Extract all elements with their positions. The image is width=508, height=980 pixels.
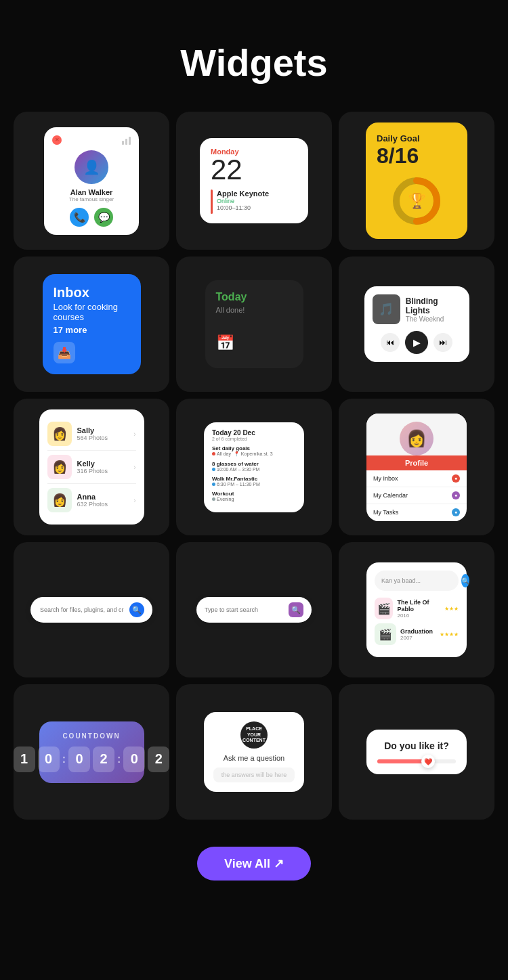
profile-card: 👩 Profile My Inbox ● My Calendar ● My Ta… <box>366 414 467 521</box>
close-icon[interactable]: ✕ <box>52 135 62 145</box>
status-badge: ● <box>452 508 460 516</box>
music-title: Blinding Lights <box>406 296 461 315</box>
list-item: 8 glasses of water 10:00 AM – 3:30 PM <box>212 461 296 472</box>
movie-search-widget-cell: 🔍 🎬 The Life Of Pablo 2016 ★★★ 🎬 Graduat… <box>339 542 494 677</box>
list-item[interactable]: My Calendar ● <box>366 487 467 504</box>
view-all-button[interactable]: View All ↗ <box>197 847 311 881</box>
photo-thumb-1: 👩 <box>47 422 72 446</box>
status-dot <box>212 468 215 471</box>
type-search-bar: 🔍 <box>196 597 312 623</box>
contact-name: Alan Walker <box>70 188 113 196</box>
phone-button[interactable]: 📞 <box>70 208 89 227</box>
countdown-digit-6: 2 <box>148 747 169 772</box>
type-search-widget-cell: 🔍 <box>176 542 332 677</box>
status-dot <box>212 452 215 455</box>
list-item[interactable]: 👩 Anna 632 Photos › <box>47 484 136 516</box>
music-artist: The Weeknd <box>406 315 461 323</box>
question-widget-cell: PLACE YOURCONTENT Ask me a question the … <box>176 684 332 820</box>
calendar-card: Monday 22 Apple Keynote Online 10:00–11:… <box>200 138 308 223</box>
list-item[interactable]: My Inbox ● <box>366 470 467 487</box>
inbox-icon: 📥 <box>54 342 75 363</box>
movie-thumb-2: 🎬 <box>375 623 396 645</box>
status-badge: ● <box>452 474 460 483</box>
inbox-description: Look for cooking courses <box>54 302 130 322</box>
movie-title-2: Graduation <box>400 628 433 635</box>
figma-search-bar: 🔍 <box>30 597 152 623</box>
content-icon: PLACE YOURCONTENT <box>240 721 268 749</box>
event-bar <box>211 190 213 214</box>
answer-field[interactable]: the answers will be here <box>213 767 295 782</box>
page-title: Widgets <box>180 41 327 85</box>
status-dot <box>212 483 215 486</box>
status-badge: ● <box>452 491 460 499</box>
tasklist-card: Today 20 Dec 2 of 6 completed Set daily … <box>204 422 304 512</box>
search-input[interactable] <box>205 606 283 613</box>
daily-goal-card: Daily Goal 8/16 🏆 <box>366 122 467 239</box>
chevron-right-icon: › <box>133 497 135 504</box>
countdown-card: COUNTDOWN 1 0 : 0 2 : 0 2 <box>39 721 144 783</box>
play-button[interactable]: ▶ <box>405 331 428 354</box>
contact-card: ✕ 👤 Alan Walker The famous singer 📞 💬 <box>44 127 139 235</box>
list-item[interactable]: 🎬 The Life Of Pablo 2016 ★★★ <box>375 598 459 619</box>
search-button[interactable]: 🔍 <box>461 574 469 587</box>
search-input[interactable] <box>40 606 124 613</box>
chevron-right-icon: › <box>133 430 135 438</box>
music-widget-cell: Blinding Lights The Weeknd ⏮ ▶ ⏭ <box>339 257 494 392</box>
today-status: All done! <box>216 306 293 314</box>
search-input[interactable] <box>381 577 457 584</box>
photo-count-1: 564 Photos <box>77 435 108 441</box>
next-button[interactable]: ⏭ <box>433 333 452 352</box>
calendar-widget-cell: Monday 22 Apple Keynote Online 10:00–11:… <box>176 112 332 250</box>
search-button[interactable]: 🔍 <box>129 602 144 617</box>
calendar-icon: 📅 <box>216 334 293 352</box>
my-calendar-label: My Calendar <box>373 492 408 499</box>
countdown-widget-cell: COUNTDOWN 1 0 : 0 2 : 0 2 <box>14 684 169 820</box>
list-item[interactable]: 👩 Sally 564 Photos › <box>47 418 136 451</box>
movie-card: 🔍 🎬 The Life Of Pablo 2016 ★★★ 🎬 Graduat… <box>366 562 467 657</box>
rating-slider[interactable]: ❤️ <box>377 759 456 763</box>
event-status: Online <box>217 198 269 204</box>
movie-rating-2: ★★★★ <box>440 631 459 638</box>
list-item: Walk Mr.Fantastic 6:30 PM – 11:30 PM <box>212 476 296 487</box>
music-thumbnail <box>373 294 400 324</box>
photo-count-2: 316 Photos <box>77 468 108 474</box>
countdown-digit-4: 2 <box>93 747 114 772</box>
rating-card: Do you like it? ❤️ <box>366 730 467 774</box>
today-label: Today <box>216 291 293 303</box>
movie-title-1: The Life Of Pablo <box>397 599 440 612</box>
movie-year-2: 2007 <box>400 635 433 641</box>
inbox-more-count: 17 more <box>54 325 130 335</box>
profile-button[interactable]: Profile <box>366 455 467 470</box>
countdown-display: 1 0 : 0 2 : 0 2 <box>14 747 170 772</box>
countdown-digit-1: 1 <box>14 747 35 772</box>
movie-rating-1: ★★★ <box>444 606 459 612</box>
list-item: Set daily goals All day 📍 Kopernika st. … <box>212 445 296 457</box>
donut-chart: 🏆 <box>389 174 444 228</box>
my-inbox-label: My Inbox <box>373 475 398 482</box>
slider-thumb[interactable]: ❤️ <box>421 755 435 768</box>
view-all-label: View All ↗ <box>224 856 284 871</box>
inbox-widget-cell: Inbox Look for cooking courses 17 more 📥 <box>14 257 169 392</box>
countdown-separator: : <box>62 753 66 765</box>
photo-thumb-2: 👩 <box>47 455 72 479</box>
my-tasks-label: My Tasks <box>373 509 398 516</box>
avatar: 👩 <box>400 422 433 455</box>
photos-card: 👩 Sally 564 Photos › 👩 Kelly 316 Photos … <box>39 409 144 525</box>
tasklist-widget-cell: Today 20 Dec 2 of 6 completed Set daily … <box>176 399 332 535</box>
profile-widget-cell: 👩 Profile My Inbox ● My Calendar ● My Ta… <box>339 399 494 535</box>
previous-button[interactable]: ⏮ <box>381 333 400 352</box>
event-name: Apple Keynote <box>217 190 269 198</box>
contact-widget-cell: ✕ 👤 Alan Walker The famous singer 📞 💬 <box>14 112 169 250</box>
countdown-digit-3: 0 <box>68 747 90 772</box>
tasklist-header: Today 20 Dec <box>212 429 296 437</box>
avatar: 👤 <box>75 150 108 184</box>
list-item[interactable]: My Tasks ● <box>366 504 467 521</box>
search-button[interactable]: 🔍 <box>289 602 303 617</box>
list-item[interactable]: 👩 Kelly 316 Photos › <box>47 451 136 484</box>
photo-name-3: Anna <box>77 493 108 501</box>
rating-question: Do you like it? <box>384 740 449 751</box>
list-item[interactable]: 🎬 Graduation 2007 ★★★★ <box>375 623 459 645</box>
figma-search-widget-cell: 🔍 <box>14 542 169 677</box>
tasklist-subheader: 2 of 6 completed <box>212 437 296 441</box>
message-button[interactable]: 💬 <box>94 208 113 227</box>
